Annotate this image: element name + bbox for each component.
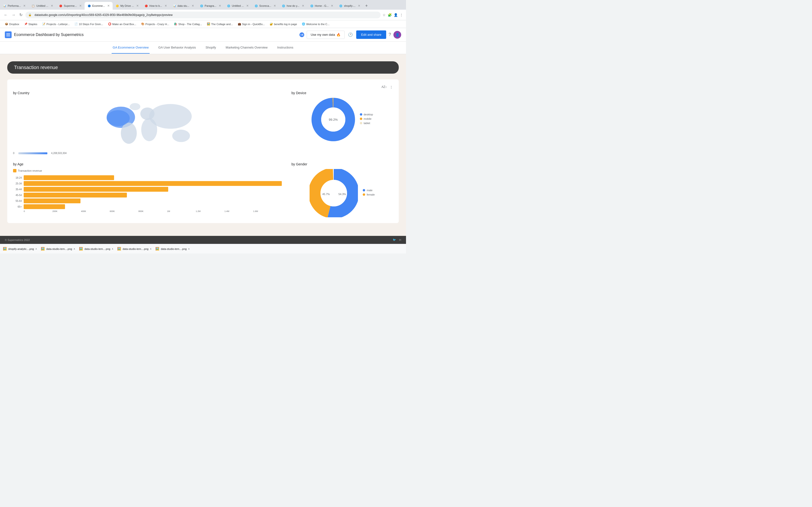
tab-close-1[interactable]: ✕ xyxy=(23,4,26,7)
tab-favicon-7: 📊 xyxy=(173,4,176,7)
extensions-icon[interactable]: 🧩 xyxy=(388,13,392,17)
browser-tab-2[interactable]: 📋 Untitled ... ✕ xyxy=(29,2,56,10)
bar-track-55-64 xyxy=(24,199,282,203)
bar-track-45-54 xyxy=(24,193,282,198)
download-item-5[interactable]: 🖼️ data-studio-tem....png ∧ xyxy=(155,247,190,250)
nav-tab-marketing[interactable]: Marketing Channels Overview xyxy=(225,42,268,54)
download-caret-3[interactable]: ∧ xyxy=(112,247,113,250)
forward-button[interactable]: → xyxy=(11,12,16,18)
download-icon-4: 🖼️ xyxy=(117,247,121,250)
back-button[interactable]: ← xyxy=(3,12,9,18)
donut-device: 99.2% xyxy=(311,98,355,141)
downloads-bar: 🖼️ shopify-analytic....png ∧ 🖼️ data-stu… xyxy=(0,244,406,253)
legend-female: female xyxy=(363,193,374,196)
bookmark-icon-10steps: 📄 xyxy=(74,22,78,25)
browser-tab-9[interactable]: 🌐 Untitled ... ✕ xyxy=(224,2,252,10)
nav-tab-instructions[interactable]: Instructions xyxy=(276,42,294,54)
bookmark-icon[interactable]: ☆ xyxy=(383,13,386,17)
bar-row-45-54: 45-54 xyxy=(13,193,282,198)
bookmark-10steps[interactable]: 📄 10 Steps For Givin... xyxy=(72,22,105,26)
linkedin-icon[interactable]: in xyxy=(399,238,401,241)
bookmark-shop-collage[interactable]: 🛍️ Shop - The Collag... xyxy=(172,22,204,26)
bookmark-icon-benefits: 🔐 xyxy=(270,22,273,25)
tab-close-9[interactable]: ✕ xyxy=(246,4,249,7)
download-caret-5[interactable]: ∧ xyxy=(188,247,190,250)
download-item-1[interactable]: 🖼️ shopify-analytic....png ∧ xyxy=(3,247,37,250)
nav-tab-ga-ecommerce[interactable]: GA Ecommerce Overview xyxy=(112,42,150,54)
app-title: Ecommerce Dashboard by Supermetrics xyxy=(14,33,84,37)
fire-icon: 🔥 xyxy=(337,33,341,37)
donut-device-legend: desktop mobile tablet xyxy=(360,113,373,126)
tab-close-12[interactable]: ✕ xyxy=(331,4,333,7)
nav-tab-shopify[interactable]: Shopify xyxy=(204,42,217,54)
browser-tab-11[interactable]: 🌐 how do y... ✕ xyxy=(279,2,307,10)
new-tab-button[interactable]: + xyxy=(363,2,370,10)
help-icon[interactable]: ? xyxy=(389,32,391,37)
tab-close-13[interactable]: ✕ xyxy=(358,4,360,7)
browser-tab-3[interactable]: 🔴 Superme... ✕ xyxy=(56,2,85,10)
more-options-icon[interactable]: ⋮ xyxy=(390,85,393,89)
bookmark-collage-and[interactable]: 🖼️ The Collage and... xyxy=(205,22,235,26)
download-item-4[interactable]: 🖼️ data-studio-tem....png ∧ xyxy=(117,247,152,250)
browser-tab-4[interactable]: 🔵 Ecomme... ✕ xyxy=(85,2,113,10)
tab-close-8[interactable]: ✕ xyxy=(219,4,221,7)
more-icon[interactable]: ⋮ xyxy=(400,13,403,17)
edit-share-button[interactable]: Edit and share xyxy=(356,31,386,39)
tab-close-7[interactable]: ✕ xyxy=(192,4,194,7)
tab-favicon-10: 🌐 xyxy=(254,4,258,7)
browser-tab-13[interactable]: 🌐 shopify-... ✕ xyxy=(336,2,363,10)
address-input[interactable]: 🔒 datastudio.google.com/u/0/reporting/40… xyxy=(26,12,380,18)
bookmark-projects-letter[interactable]: 📝 Projects - Letterpr... xyxy=(40,22,71,26)
use-own-data-button[interactable]: Use my own data 🔥 xyxy=(307,31,345,39)
main-content: Transaction revenue AZ↕ ⋮ by Country xyxy=(0,54,406,236)
tab-close-11[interactable]: ✕ xyxy=(302,4,304,7)
tab-close-6[interactable]: ✕ xyxy=(164,4,167,7)
tab-close-5[interactable]: ✕ xyxy=(136,4,139,7)
browser-tab-12[interactable]: 🌐 Home - G... ✕ xyxy=(307,2,337,10)
bar-fill-55-64 xyxy=(24,199,81,203)
download-icon-2: 🖼️ xyxy=(41,247,45,250)
sort-icon[interactable]: AZ↕ xyxy=(382,85,387,89)
bookmark-icon-projects-letter: 📝 xyxy=(42,22,45,25)
tab-favicon-12: 🌐 xyxy=(310,4,313,7)
browser-tab-6[interactable]: 🔴 How to b... ✕ xyxy=(142,2,170,10)
bar-row-65plus: 65+ xyxy=(13,204,282,209)
browser-tab-8[interactable]: 🌐 Paragra... ✕ xyxy=(197,2,224,10)
bookmark-quickbo[interactable]: 💼 Sign in - QuickBo... xyxy=(236,22,267,26)
bookmark-oval-box[interactable]: ⭕ Make an Oval Box... xyxy=(106,22,138,26)
bookmark-benefits[interactable]: 🔐 benefits log in page xyxy=(268,22,299,26)
download-item-3[interactable]: 🖼️ data-studio-tem....png ∧ xyxy=(79,247,113,250)
bookmark-welcome[interactable]: 🌐 Welcome to the C... xyxy=(300,22,331,26)
browser-tab-5[interactable]: 🟡 My Drive ... ✕ xyxy=(113,2,142,10)
twitter-icon[interactable]: 🐦 xyxy=(393,238,396,241)
clock-icon[interactable]: 🕐 xyxy=(347,32,354,38)
tab-favicon-2: 📋 xyxy=(32,4,35,7)
browser-tab-1[interactable]: 📊 Performa... ✕ xyxy=(0,2,29,10)
download-item-2[interactable]: 🖼️ data-studio-tem....png ∧ xyxy=(41,247,75,250)
bar-row-25-34: 25-34 xyxy=(13,181,282,186)
chart-country-title: by Country xyxy=(13,91,282,95)
download-caret-4[interactable]: ∧ xyxy=(150,247,152,250)
nav-tab-ga-behavior[interactable]: GA User Behavior Analysis xyxy=(157,42,197,54)
bookmark-crazy-h[interactable]: 🎨 Projects - Crazy H... xyxy=(139,22,171,26)
bar-fill-35-44 xyxy=(24,187,168,192)
chart-controls: AZ↕ ⋮ xyxy=(13,85,393,89)
legend-dot-tablet xyxy=(360,122,362,124)
reload-button[interactable]: ↻ xyxy=(18,12,23,18)
tab-close-10[interactable]: ✕ xyxy=(273,4,276,7)
account-icon[interactable]: 👤 xyxy=(394,13,398,17)
bookmark-staples[interactable]: 📌 Staples xyxy=(22,22,39,26)
download-caret-2[interactable]: ∧ xyxy=(73,247,75,250)
avatar[interactable]: 👤 xyxy=(394,31,401,39)
map-legend-max: 4,208,503,304 xyxy=(51,152,67,155)
download-caret-1[interactable]: ∧ xyxy=(35,247,37,250)
tab-close-2[interactable]: ✕ xyxy=(51,4,53,7)
bookmark-dropbox[interactable]: 📦 Dropbox xyxy=(3,22,21,26)
browser-tab-10[interactable]: 🌐 Scoreca... ✕ xyxy=(252,2,279,10)
svg-text:99.2%: 99.2% xyxy=(329,118,338,121)
address-icons: ☆ 🧩 👤 ⋮ xyxy=(383,13,403,17)
browser-tab-7[interactable]: 📊 data stu... ✕ xyxy=(170,2,197,10)
tab-close-4[interactable]: ✕ xyxy=(107,4,110,7)
svg-point-7 xyxy=(149,104,192,129)
tab-close-3[interactable]: ✕ xyxy=(79,4,82,7)
